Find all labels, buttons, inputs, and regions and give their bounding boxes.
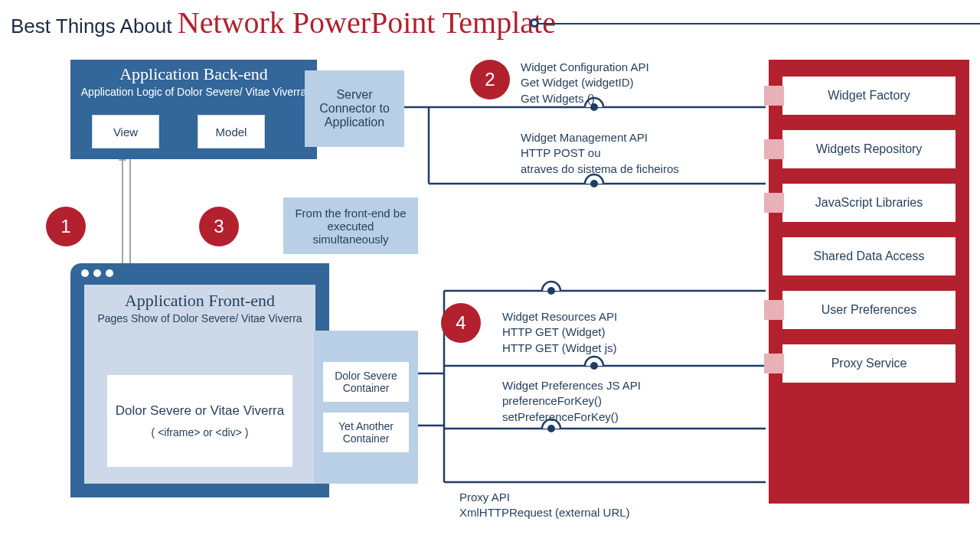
frontend-exec-note: From the front-end be executed simultane…	[283, 197, 418, 254]
container-box-2: Yet Another Container	[323, 412, 409, 452]
svg-point-10	[590, 180, 598, 187]
frontend-subtitle: Pages Show of Dolor Severe/ Vitae Viverr…	[84, 312, 315, 324]
connector-tab-icon	[764, 193, 784, 213]
title-prefix: Best Things About	[11, 15, 178, 37]
backend-model-box: Model	[198, 115, 265, 148]
svg-point-18	[547, 287, 555, 295]
title-rule-dot-icon	[530, 18, 539, 28]
frontend-content-sub: ( <iframe> or <div> )	[152, 426, 249, 439]
badge-3: 3	[199, 207, 239, 246]
frontend-inner: Application Front-end Pages Show of Dolo…	[84, 285, 315, 484]
service-shared-data-access: Shared Data Access	[782, 237, 956, 276]
service-js-libraries: JavaScript Libraries	[782, 184, 956, 222]
backend-heading: Application Back-end	[70, 64, 317, 84]
badge-2: 2	[470, 60, 510, 99]
frontend-content-box: Dolor Severe or Vitae Viverra ( <iframe>…	[107, 375, 292, 467]
connector-tab-icon	[764, 86, 784, 106]
frontend-window: Application Front-end Pages Show of Dolo…	[70, 263, 329, 497]
slide-title: Best Things About Network PowerPoint Tem…	[11, 5, 556, 41]
service-proxy-service: Proxy Service	[782, 344, 956, 383]
service-user-preferences: User Preferences	[782, 291, 956, 329]
connector-tab-icon	[764, 139, 784, 159]
api-proxy: Proxy API XmlHTTPRequest (external URL)	[459, 490, 630, 521]
api-widget-mgmt: Widget Management API HTTP POST ou atrav…	[521, 130, 679, 177]
right-services-panel: Widget Factory Widgets Repository JavaSc…	[769, 60, 969, 504]
api-widget-config: Widget Configuration API Get Widget (wid…	[521, 60, 649, 106]
connector-tab-icon	[764, 354, 784, 373]
title-accent: Network PowerPoint Template	[178, 5, 556, 40]
window-dots-icon	[81, 269, 113, 277]
api-widget-resources: Widget Resources API HTTP GET (Widget) H…	[502, 309, 617, 356]
service-widgets-repository: Widgets Repository	[782, 130, 956, 168]
backend-view-box: View	[92, 115, 159, 148]
frontend-heading: Application Front-end	[84, 291, 315, 311]
service-widget-factory: Widget Factory	[782, 77, 956, 115]
svg-point-19	[590, 362, 598, 370]
api-widget-prefs: Widget Preferences JS API preferenceForK…	[502, 378, 641, 425]
connector-tab-icon	[764, 300, 784, 320]
badge-4: 4	[441, 303, 481, 343]
frontend-content-main: Dolor Severe or Vitae Viverra	[116, 403, 284, 419]
container-box-1: Dolor Severe Container	[323, 362, 409, 402]
svg-point-20	[547, 425, 555, 432]
server-connector-box: Server Connector to Application	[305, 70, 404, 147]
badge-1: 1	[46, 207, 86, 246]
title-rule	[536, 23, 980, 24]
containers-column: Dolor Severe Container Yet Another Conta…	[314, 331, 418, 484]
backend-subtitle: Application Logic of Dolor Severe/ Vitae…	[70, 86, 317, 98]
